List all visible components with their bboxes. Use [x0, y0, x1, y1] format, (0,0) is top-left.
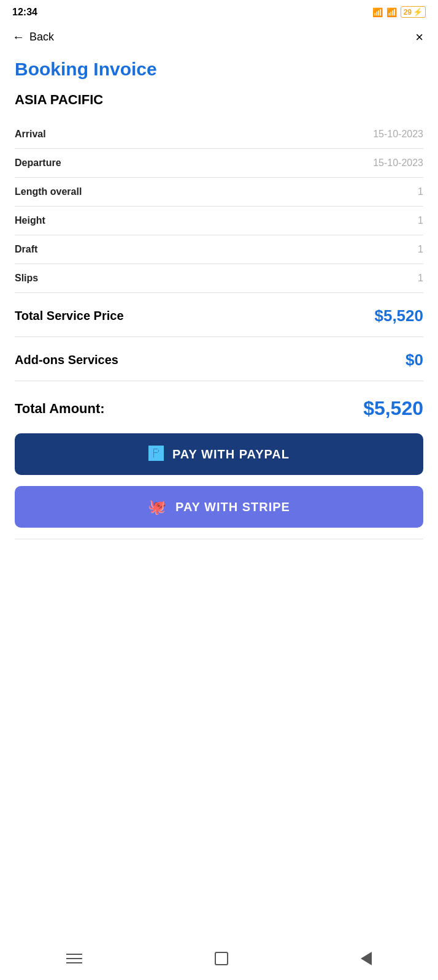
close-icon: ×	[415, 29, 423, 45]
detail-value-slips: 1	[418, 273, 423, 284]
bottom-nav	[0, 941, 438, 980]
total-amount-value: $5,520	[363, 397, 423, 420]
nav-bar: ← Back ×	[0, 21, 438, 53]
detail-rows: Arrival15-10-2023Departure15-10-2023Leng…	[15, 120, 423, 293]
back-nav-button[interactable]	[361, 952, 372, 965]
addons-value: $0	[405, 351, 423, 370]
battery-bolt-icon: ⚡	[413, 7, 423, 17]
menu-button[interactable]	[66, 954, 82, 963]
back-arrow-icon: ←	[12, 30, 25, 44]
status-bar: 12:34 📶 📶 29 ⚡	[0, 0, 438, 21]
detail-row: Departure15-10-2023	[15, 149, 423, 178]
detail-label-length-overall: Length overall	[15, 186, 82, 197]
detail-label-slips: Slips	[15, 273, 38, 284]
total-service-row: Total Service Price $5,520	[15, 293, 423, 337]
hamburger-icon	[66, 954, 82, 963]
total-amount-label: Total Amount:	[15, 401, 105, 417]
signal-icon: 📶	[386, 7, 397, 17]
main-content: Booking Invoice ASIA PACIFIC Arrival15-1…	[0, 53, 438, 941]
page-title: Booking Invoice	[15, 59, 423, 80]
detail-value-draft: 1	[418, 244, 423, 255]
stripe-button-label: PAY WITH STRIPE	[175, 500, 290, 514]
detail-value-departure: 15-10-2023	[373, 158, 423, 169]
detail-row: Draft1	[15, 235, 423, 264]
addons-label: Add-ons Services	[15, 353, 118, 367]
pay-stripe-button[interactable]: 🐙 PAY WITH STRIPE	[15, 486, 423, 528]
paypal-button-label: PAY WITH PAYPAL	[172, 447, 290, 462]
battery-level: 29	[404, 8, 412, 17]
company-name: ASIA PACIFIC	[15, 92, 423, 108]
close-button[interactable]: ×	[415, 31, 423, 44]
status-icons: 📶 📶 29 ⚡	[372, 6, 426, 18]
back-label: Back	[29, 31, 54, 44]
square-icon	[215, 952, 228, 965]
status-time: 12:34	[12, 7, 37, 18]
detail-value-length-overall: 1	[418, 186, 423, 197]
detail-value-height: 1	[418, 215, 423, 226]
home-button[interactable]	[215, 952, 228, 965]
detail-label-height: Height	[15, 215, 45, 226]
detail-row: Slips1	[15, 264, 423, 293]
detail-row: Length overall1	[15, 178, 423, 207]
paypal-icon: 🅿	[148, 446, 164, 463]
total-service-label: Total Service Price	[15, 309, 124, 323]
stripe-icon: 🐙	[148, 498, 167, 515]
detail-label-departure: Departure	[15, 158, 61, 169]
triangle-icon	[361, 952, 372, 965]
detail-label-draft: Draft	[15, 244, 37, 255]
detail-row: Height1	[15, 207, 423, 235]
total-service-value: $5,520	[374, 306, 423, 325]
pay-paypal-button[interactable]: 🅿 PAY WITH PAYPAL	[15, 433, 423, 475]
addons-row: Add-ons Services $0	[15, 337, 423, 381]
battery-badge: 29 ⚡	[401, 6, 426, 18]
detail-value-arrival: 15-10-2023	[373, 129, 423, 140]
total-amount-row: Total Amount: $5,520	[15, 381, 423, 433]
wifi-icon: 📶	[372, 7, 383, 17]
detail-row: Arrival15-10-2023	[15, 120, 423, 149]
detail-label-arrival: Arrival	[15, 129, 46, 140]
bottom-separator	[15, 539, 423, 539]
back-button[interactable]: ← Back	[12, 30, 54, 44]
